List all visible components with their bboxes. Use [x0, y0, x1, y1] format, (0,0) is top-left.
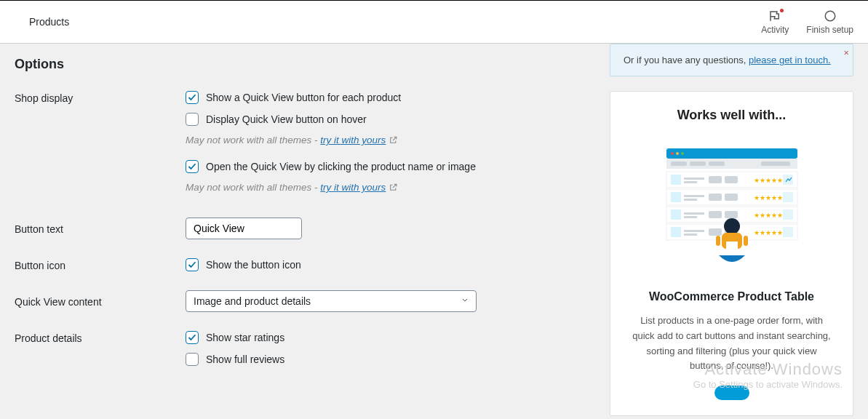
- finish-setup-button[interactable]: Finish setup: [806, 9, 853, 35]
- circle-icon: [823, 9, 837, 23]
- svg-text:★★★★★: ★★★★★: [754, 212, 783, 219]
- svg-point-4: [681, 152, 684, 155]
- svg-rect-21: [684, 199, 697, 201]
- section-title: Options: [15, 57, 595, 72]
- checkbox-label: Show star ratings: [206, 332, 284, 343]
- row-product-details: Product details Show star ratings Show f…: [15, 331, 595, 375]
- top-bar: Products Activity Finish setup: [0, 0, 868, 44]
- svg-rect-29: [684, 216, 697, 218]
- flag-icon: [768, 9, 782, 23]
- button-text-input[interactable]: [186, 218, 302, 239]
- promo-description: List products in a one-page order form, …: [629, 314, 834, 374]
- notification-dot-icon: [780, 9, 784, 12]
- svg-rect-13: [684, 181, 697, 183]
- checkbox-label: Display Quick View button on hover: [206, 113, 367, 125]
- quick-view-content-select[interactable]: Image and product details: [186, 290, 477, 312]
- svg-text:★★★★★: ★★★★★: [754, 194, 783, 201]
- try-it-link[interactable]: try it with yours: [320, 135, 386, 145]
- svg-rect-8: [709, 161, 725, 166]
- activity-button[interactable]: Activity: [761, 9, 789, 35]
- checkbox-label: Show a Quick View button for each produc…: [206, 92, 401, 103]
- svg-rect-22: [709, 193, 722, 201]
- checkbox-full-reviews[interactable]: [186, 353, 199, 366]
- svg-rect-25: [783, 192, 793, 202]
- svg-rect-45: [716, 236, 720, 246]
- row-shop-display: Shop display Show a Quick View button fo…: [15, 91, 595, 207]
- try-it-link[interactable]: try it with yours: [320, 182, 386, 193]
- checkbox-label: Open the Quick View by clicking the prod…: [206, 161, 476, 172]
- svg-rect-1: [666, 148, 797, 159]
- svg-rect-14: [709, 176, 722, 183]
- side-column: Or if you have any questions, please get…: [610, 57, 853, 419]
- svg-rect-11: [671, 175, 681, 185]
- row-button-icon: Button icon Show the button icon: [15, 258, 595, 271]
- svg-rect-20: [684, 195, 704, 197]
- promo-title: Works well with...: [629, 108, 834, 123]
- label-quick-view-content: Quick View content: [15, 290, 186, 312]
- promo-illustration: ★★★★★ ★★★★★: [629, 139, 834, 277]
- svg-rect-28: [684, 212, 704, 215]
- promo-card: Works well with...: [610, 91, 853, 416]
- svg-rect-30: [709, 211, 722, 218]
- help-text: May not work with all themes - try it wi…: [186, 135, 595, 147]
- checkbox-show-quick-view[interactable]: [186, 91, 199, 104]
- svg-rect-33: [783, 210, 793, 220]
- label-shop-display: Shop display: [15, 91, 186, 207]
- svg-rect-35: [671, 227, 681, 237]
- svg-point-0: [825, 11, 835, 21]
- help-notice: Or if you have any questions, please get…: [610, 44, 853, 76]
- checkbox-label: Show the button icon: [206, 259, 301, 271]
- activity-label: Activity: [761, 25, 789, 35]
- svg-rect-41: [783, 227, 793, 237]
- label-button-text: Button text: [15, 218, 186, 239]
- svg-rect-27: [671, 210, 681, 220]
- field-shop-display: Show a Quick View button for each produc…: [186, 91, 595, 207]
- svg-rect-6: [671, 161, 687, 166]
- svg-rect-12: [684, 177, 704, 180]
- help-text: May not work with all themes - try it wi…: [186, 182, 595, 194]
- svg-rect-17: [783, 175, 793, 185]
- svg-text:★★★★★: ★★★★★: [754, 229, 783, 236]
- close-icon[interactable]: ⨉: [844, 47, 848, 57]
- row-quick-view-content: Quick View content Image and product det…: [15, 290, 595, 312]
- external-link-icon: [389, 135, 398, 147]
- svg-rect-36: [684, 230, 704, 232]
- svg-rect-19: [671, 192, 681, 202]
- external-link-icon: [389, 183, 398, 194]
- promo-subtitle: WooCommerce Product Table: [629, 290, 834, 303]
- settings-column: Options Shop display Show a Quick View b…: [15, 57, 595, 419]
- get-in-touch-link[interactable]: please get in touch.: [749, 55, 831, 65]
- label-button-icon: Button icon: [15, 258, 186, 271]
- svg-rect-31: [725, 211, 738, 218]
- svg-rect-23: [725, 193, 738, 201]
- svg-rect-44: [726, 242, 738, 250]
- label-product-details: Product details: [15, 331, 186, 375]
- svg-point-2: [671, 152, 674, 155]
- svg-point-3: [676, 152, 679, 155]
- finish-setup-label: Finish setup: [806, 25, 853, 35]
- svg-rect-9: [761, 161, 790, 166]
- svg-text:★★★★★: ★★★★★: [754, 177, 783, 184]
- svg-rect-46: [744, 236, 748, 246]
- checkbox-star-ratings[interactable]: [186, 331, 199, 344]
- svg-rect-7: [690, 161, 706, 166]
- checkbox-label: Show full reviews: [206, 354, 284, 365]
- promo-cta-button[interactable]: [714, 386, 749, 400]
- checkbox-open-by-click[interactable]: [186, 160, 199, 173]
- row-button-text: Button text: [15, 218, 595, 239]
- page-title: Products: [29, 16, 69, 28]
- main-content: Options Shop display Show a Quick View b…: [0, 44, 868, 419]
- svg-point-42: [724, 218, 740, 234]
- top-actions: Activity Finish setup: [761, 9, 853, 35]
- svg-rect-15: [725, 176, 738, 183]
- checkbox-quick-view-hover[interactable]: [186, 113, 199, 126]
- svg-rect-38: [709, 228, 722, 236]
- checkbox-show-button-icon[interactable]: [186, 258, 199, 271]
- svg-rect-37: [684, 234, 697, 236]
